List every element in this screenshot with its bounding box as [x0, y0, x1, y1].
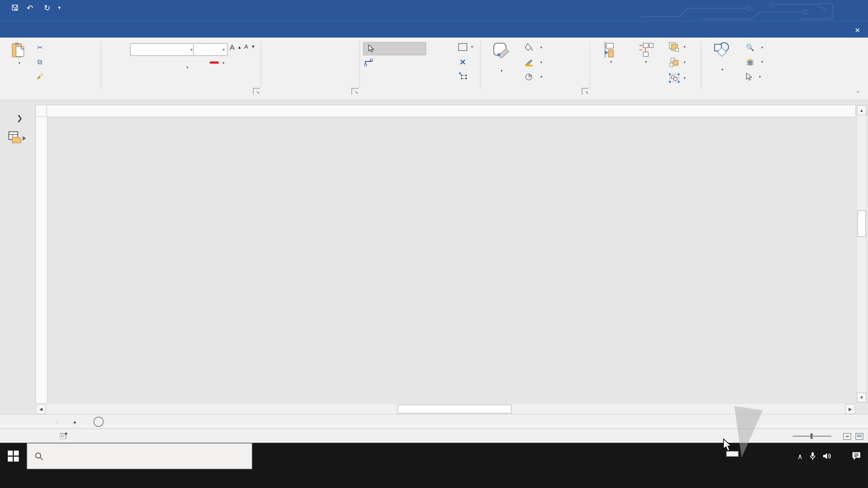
change-shape-button[interactable]: ▾	[704, 42, 740, 72]
change-case-button[interactable]: ▾	[181, 62, 193, 73]
vertical-scroll-thumb[interactable]	[858, 210, 866, 237]
italic-button[interactable]	[143, 62, 154, 73]
copy-icon: ⧉	[35, 58, 44, 66]
taskbar-search-input[interactable]	[27, 443, 252, 469]
text-tool-button[interactable]	[364, 73, 376, 82]
cut-icon: ✂	[35, 43, 44, 52]
macros-icon[interactable]	[60, 432, 68, 440]
maximize-button[interactable]	[819, 0, 844, 17]
quick-styles-icon	[493, 42, 509, 59]
vertical-scrollbar[interactable]: ▲ ▼	[856, 105, 867, 403]
effects-icon	[525, 73, 534, 81]
hidden-icons-chevron[interactable]: ∧	[798, 452, 803, 460]
format-painter-icon: 🖌	[35, 72, 44, 81]
text-tool-icon	[364, 73, 373, 82]
font-size-combo[interactable]: ▾	[193, 43, 227, 56]
drawing-workspace: ❯ ▲ ▼ ◀ ▶	[0, 100, 868, 414]
horizontal-scroll-thumb[interactable]	[398, 405, 512, 414]
minimize-button[interactable]	[795, 0, 819, 17]
rectangle-icon	[458, 43, 467, 51]
undo-icon[interactable]: ↶▾	[27, 3, 36, 12]
fit-page-icon[interactable]	[843, 432, 851, 440]
connector-icon	[364, 59, 373, 66]
vertical-ruler[interactable]	[35, 116, 48, 414]
rectangle-tool-button[interactable]: ▾	[458, 43, 473, 51]
font-color-button[interactable]: ▾	[210, 61, 224, 65]
line-button[interactable]: ▾	[525, 58, 542, 66]
fill-button[interactable]: ▾	[525, 43, 542, 52]
grow-font-button[interactable]: A▲	[230, 43, 242, 52]
volume-icon[interactable]	[823, 452, 832, 460]
scroll-up-icon[interactable]: ▲	[857, 105, 866, 115]
select-icon	[746, 73, 752, 81]
send-backward-button[interactable]: ▾	[669, 58, 686, 68]
quick-access-toolbar: 🖫 ↶▾ ↻ ▾	[11, 3, 61, 12]
status-bar	[0, 428, 868, 444]
cut-button[interactable]: ✂	[35, 43, 47, 52]
search-icon	[35, 452, 43, 460]
notification-icon[interactable]	[851, 452, 862, 461]
microphone-icon[interactable]	[809, 452, 816, 461]
shapes-panel-icon[interactable]	[8, 130, 27, 145]
font-name-combo[interactable]: ▾	[130, 43, 195, 56]
shape-styles-dialog-launcher[interactable]: ↘	[582, 88, 588, 94]
position-icon	[637, 42, 654, 58]
add-page-button[interactable]	[93, 417, 103, 427]
bold-button[interactable]	[130, 62, 142, 73]
redo-icon[interactable]: ↻	[44, 3, 51, 12]
zoom-tooltip	[726, 451, 738, 457]
font-dialog-launcher[interactable]: ↘	[253, 88, 259, 94]
ribbon: ▾ ✂ ⧉ 🖌 ▾ ▾ A▲	[0, 38, 868, 100]
search-button[interactable]: 🔍 ▾	[746, 43, 763, 52]
document-close-icon[interactable]: ✕	[855, 27, 860, 34]
connection-point-icon[interactable]	[458, 71, 467, 80]
search-icon: 🔍	[746, 43, 755, 52]
paste-icon	[12, 42, 26, 59]
ruler-corner	[35, 105, 48, 117]
layers-icon	[746, 58, 755, 66]
paragraph-dialog-launcher[interactable]: ↘	[351, 88, 358, 94]
all-pages-button[interactable]: ▲	[69, 419, 77, 424]
align-button[interactable]: ▾	[595, 42, 627, 64]
close-button[interactable]	[844, 0, 868, 17]
system-tray: ∧	[798, 443, 868, 469]
page-tab[interactable]	[48, 420, 57, 424]
fill-icon	[525, 43, 534, 52]
underline-button[interactable]	[156, 62, 167, 73]
layers-button[interactable]: ▾	[746, 58, 763, 66]
horizontal-scrollbar[interactable]: ◀ ▶	[35, 403, 856, 414]
paste-button[interactable]: ▾	[5, 42, 32, 65]
qat-customize-icon[interactable]: ▾	[58, 5, 61, 10]
format-painter-button[interactable]: 🖌	[35, 72, 47, 81]
pointer-tool-button[interactable]	[363, 42, 426, 56]
page-tab-bar: ▲	[0, 414, 868, 429]
shrink-font-button[interactable]: A▼	[244, 43, 255, 50]
shapes-panel-expand-icon[interactable]: ❯	[17, 114, 23, 122]
bring-forward-icon	[669, 42, 680, 52]
ribbon-tab-row: ✕	[0, 21, 868, 37]
collapse-ribbon-icon[interactable]: ⌃	[856, 90, 860, 96]
connection-point-tool-button[interactable]: ✕	[459, 58, 466, 66]
full-screen-icon[interactable]	[855, 432, 864, 440]
effects-button[interactable]: ▾	[525, 73, 542, 81]
save-icon[interactable]: 🖫	[11, 3, 19, 12]
title-bar: 🖫 ↶▾ ↻ ▾	[0, 0, 868, 21]
position-button[interactable]: ▾	[628, 42, 663, 64]
scroll-right-icon[interactable]: ▶	[845, 404, 855, 414]
select-button[interactable]: ▾	[746, 73, 761, 81]
line-icon	[525, 58, 534, 66]
mouse-cursor	[723, 438, 733, 452]
scroll-left-icon[interactable]: ◀	[36, 404, 46, 414]
scroll-down-icon[interactable]: ▼	[857, 392, 866, 402]
align-icon	[603, 42, 618, 58]
start-button[interactable]	[0, 443, 27, 469]
quick-styles-button[interactable]: ▾	[484, 42, 518, 73]
connector-tool-button[interactable]	[364, 59, 376, 66]
zoom-slider[interactable]	[793, 436, 832, 437]
horizontal-ruler[interactable]	[46, 105, 856, 117]
diagram-canvas[interactable]	[46, 116, 856, 404]
group-button[interactable]: ▾	[669, 73, 686, 83]
strikethrough-button[interactable]	[168, 62, 180, 73]
copy-button[interactable]: ⧉	[35, 58, 47, 66]
bring-forward-button[interactable]: ▾	[669, 42, 686, 52]
